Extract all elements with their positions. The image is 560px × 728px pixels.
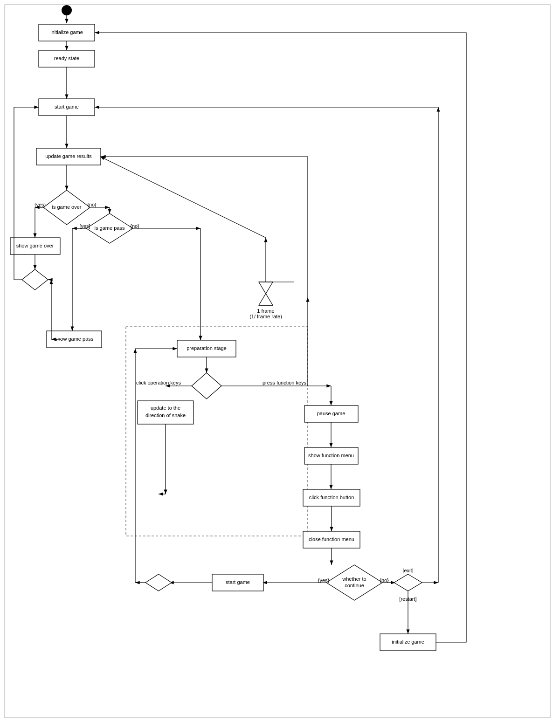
show-function-menu-label: show function menu <box>308 453 354 458</box>
no-game-pass-label: {no} <box>130 223 139 229</box>
initialize-game-1-label: initialize game <box>50 29 83 35</box>
update-game-results-label: update game results <box>45 153 92 159</box>
pause-game-label: pause game <box>317 411 346 416</box>
whether-to-continue-label1: whether to <box>342 576 366 582</box>
timer-hourglass <box>259 282 273 305</box>
preparation-stage-label: preparation stage <box>187 345 227 351</box>
no-game-over-label: {no} <box>87 202 97 207</box>
svg-marker-2 <box>259 294 273 305</box>
no-continue-label: {no} <box>380 577 389 583</box>
timer-label2: (1/ frame rate) <box>249 314 282 319</box>
svg-marker-1 <box>259 282 273 294</box>
click-operation-keys-label: click operation keys <box>136 380 181 385</box>
click-function-button-label: click function button <box>309 494 354 500</box>
is-game-pass-label: is game pass <box>95 225 125 231</box>
whether-to-continue-label2: continue <box>345 583 364 588</box>
arrow-init2-init1 <box>95 33 466 642</box>
ready-state-label: ready state <box>54 55 79 61</box>
press-function-keys-label: press function keys <box>263 380 307 385</box>
is-game-over-label: is game over <box>52 204 82 210</box>
close-function-menu-label: close function menu <box>309 536 354 542</box>
start-game-2-label: start game <box>226 579 250 585</box>
initialize-game-2-label: initialize game <box>392 639 424 645</box>
update-direction-label1: update to the <box>151 405 180 411</box>
exit-diamond <box>394 574 422 591</box>
yes-game-over-label: {yes} <box>35 202 46 207</box>
start-game-1-label: start game <box>55 104 79 110</box>
show-game-over-label: show game over <box>16 243 54 248</box>
start-dot <box>62 5 72 15</box>
game-loop-region <box>126 326 308 536</box>
merge-diamond-left <box>22 269 48 290</box>
exit-label: [exit] <box>402 568 413 573</box>
timer-label1: 1 frame <box>257 308 274 314</box>
yes-game-pass-label: [yes] <box>79 223 90 229</box>
show-game-pass-label: show game pass <box>55 336 94 342</box>
update-direction-label2: direction of snake <box>145 412 186 418</box>
merge-diamond-bottom <box>145 574 172 591</box>
fork-diamond <box>192 373 221 399</box>
yes-continue-label: {yes} <box>318 577 330 583</box>
